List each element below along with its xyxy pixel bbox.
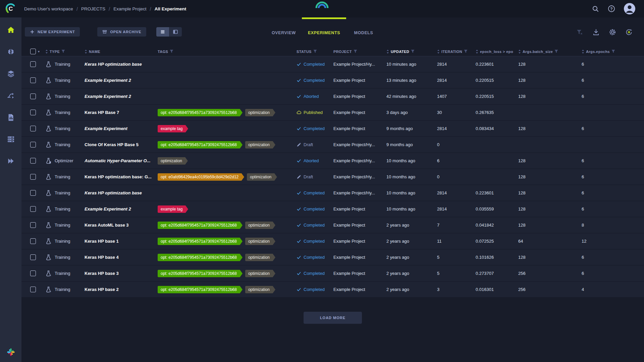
breadcrumb-item[interactable]: PROJECTS bbox=[81, 6, 105, 11]
sort-icon[interactable] bbox=[437, 50, 440, 54]
row-checkbox[interactable] bbox=[30, 158, 36, 164]
sidebar-item-projects-brain[interactable] bbox=[3, 45, 18, 59]
settings-icon[interactable] bbox=[609, 28, 616, 36]
sort-icon[interactable] bbox=[518, 50, 521, 54]
experiment-row[interactable]: TrainingKeras AutoML base 3opt: e205d684… bbox=[21, 217, 644, 233]
experiment-row[interactable]: TrainingExample Experimentexample tagCom… bbox=[21, 121, 644, 137]
column-header-status[interactable]: STATUS bbox=[297, 50, 333, 54]
row-checkbox[interactable] bbox=[30, 94, 36, 99]
select-dropdown-caret[interactable]: ▾ bbox=[38, 50, 40, 53]
experiment-row[interactable]: OptimizerAutomatic Hyper-Parameter O...o… bbox=[21, 153, 644, 169]
experiment-name[interactable]: Example Experiment bbox=[85, 126, 158, 131]
filter-icon[interactable] bbox=[611, 50, 615, 53]
avatar[interactable] bbox=[624, 3, 635, 14]
open-archive-button[interactable]: OPEN ARCHIVE bbox=[97, 27, 146, 37]
experiment-row[interactable]: TrainingKeras HP Base 7opt: e205d684f795… bbox=[21, 105, 644, 121]
experiment-row[interactable]: TrainingKeras HP optimization baseComple… bbox=[21, 56, 644, 72]
tab-overview[interactable]: OVERVIEW bbox=[272, 31, 296, 35]
sidebar-item-home[interactable] bbox=[3, 23, 18, 37]
experiment-row[interactable]: TrainingExample Experiment 2example tagC… bbox=[21, 201, 644, 217]
table-view-toggle[interactable] bbox=[156, 27, 169, 37]
load-more-button[interactable]: LOAD MORE bbox=[304, 312, 362, 324]
column-header-epoch-loss-epo[interactable]: epoch_loss > epo bbox=[476, 50, 518, 54]
row-checkbox[interactable] bbox=[30, 61, 36, 67]
sort-icon[interactable] bbox=[476, 50, 478, 54]
sort-icon[interactable] bbox=[45, 50, 48, 54]
download-icon[interactable] bbox=[592, 28, 600, 36]
tab-experiments[interactable]: EXPERIMENTS bbox=[308, 31, 340, 35]
experiment-row[interactable]: TrainingKeras HP base 3opt: e205d684f795… bbox=[21, 265, 644, 282]
column-header-iteration[interactable]: ITERATION bbox=[437, 50, 476, 54]
experiment-name[interactable]: Keras HP base 4 bbox=[85, 255, 158, 260]
new-experiment-button[interactable]: NEW EXPERIMENT bbox=[25, 27, 80, 37]
filter-icon[interactable] bbox=[464, 50, 468, 53]
help-icon[interactable]: ? bbox=[608, 5, 615, 12]
filter-icon[interactable] bbox=[61, 50, 65, 53]
experiment-row[interactable]: TrainingExample Experiment 2AbortedExamp… bbox=[21, 88, 644, 105]
filter-icon[interactable] bbox=[313, 50, 317, 53]
sidebar-item-datasets-layers[interactable] bbox=[3, 67, 18, 80]
sidebar-item-reports[interactable] bbox=[3, 111, 18, 124]
experiment-name[interactable]: Keras HP optimization base: G... bbox=[85, 174, 158, 179]
row-checkbox[interactable] bbox=[30, 238, 36, 244]
column-header-updated[interactable]: UPDATED bbox=[386, 50, 437, 54]
experiment-row[interactable]: TrainingKeras HP optimization base: G...… bbox=[21, 169, 644, 185]
experiment-name[interactable]: Keras HP base 1 bbox=[85, 239, 158, 244]
row-checkbox[interactable] bbox=[30, 126, 36, 131]
experiment-name[interactable]: Keras HP base 3 bbox=[85, 271, 158, 276]
experiment-name[interactable]: Keras AutoML base 3 bbox=[85, 223, 158, 228]
experiment-name[interactable]: Keras HP optimization base bbox=[85, 62, 158, 67]
experiment-name[interactable]: Example Experiment 2 bbox=[85, 78, 158, 83]
column-header-project[interactable]: PROJECT bbox=[333, 50, 386, 54]
experiment-name[interactable]: Example Experiment 2 bbox=[85, 94, 158, 99]
column-header-args-epochs[interactable]: Args.epochs bbox=[582, 50, 644, 54]
filter-icon[interactable] bbox=[170, 50, 173, 53]
clear-filters-icon[interactable] bbox=[576, 28, 583, 36]
column-header-name[interactable]: NAME bbox=[85, 50, 158, 54]
search-icon[interactable] bbox=[592, 5, 599, 12]
split-view-toggle[interactable] bbox=[169, 27, 182, 37]
row-checkbox[interactable] bbox=[30, 190, 36, 196]
experiment-row[interactable]: TrainingKeras HP optimization baseComple… bbox=[21, 185, 644, 201]
sidebar-item-workers-queues[interactable] bbox=[3, 132, 18, 146]
column-header-args-batch-size[interactable]: Args.batch_size bbox=[518, 50, 582, 54]
breadcrumb-item[interactable]: Example Project bbox=[113, 6, 146, 11]
experiment-name[interactable]: Automatic Hyper-Parameter O... bbox=[85, 158, 158, 163]
row-checkbox[interactable] bbox=[30, 206, 36, 212]
row-checkbox[interactable] bbox=[30, 77, 36, 83]
sidebar-item-pipelines[interactable] bbox=[3, 89, 18, 102]
row-checkbox[interactable] bbox=[30, 287, 36, 292]
slack-icon[interactable] bbox=[3, 345, 18, 359]
experiment-name[interactable]: Keras HP optimization base bbox=[85, 190, 158, 195]
sort-icon[interactable] bbox=[85, 50, 87, 54]
experiment-row[interactable]: TrainingKeras HP base 4opt: e205d684f795… bbox=[21, 249, 644, 265]
column-header-type[interactable]: TYPE bbox=[45, 50, 85, 54]
experiment-name[interactable]: Example Experiment 2 bbox=[85, 206, 158, 212]
row-checkbox[interactable] bbox=[30, 142, 36, 147]
sort-icon[interactable] bbox=[582, 50, 584, 54]
breadcrumb-item[interactable]: Demo User's workspace bbox=[24, 6, 73, 11]
experiment-row[interactable]: TrainingKeras HP base 1opt: e205d684f795… bbox=[21, 233, 644, 249]
filter-icon[interactable] bbox=[554, 50, 558, 53]
select-all-checkbox[interactable] bbox=[30, 49, 36, 54]
experiment-name[interactable]: Keras HP base 2 bbox=[85, 287, 158, 292]
filter-icon[interactable] bbox=[354, 50, 357, 53]
experiment-row[interactable]: TrainingKeras HP base 2opt: e205d684f795… bbox=[21, 282, 644, 298]
clearml-logo[interactable]: C bbox=[0, 0, 21, 17]
row-checkbox[interactable] bbox=[30, 254, 36, 260]
sidebar-item-applications[interactable] bbox=[3, 154, 18, 168]
row-checkbox[interactable] bbox=[30, 222, 36, 228]
filter-icon[interactable] bbox=[411, 50, 415, 53]
experiment-name[interactable]: Keras HP Base 7 bbox=[85, 110, 158, 115]
column-header-tags[interactable]: TAGS bbox=[158, 50, 297, 54]
experiment-name[interactable]: Clone Of Keras HP Base 5 bbox=[85, 142, 158, 147]
experiment-row[interactable]: TrainingExample Experiment 2CompletedExa… bbox=[21, 72, 644, 88]
autorefresh-pause-icon[interactable] bbox=[625, 28, 633, 36]
tab-models[interactable]: MODELS bbox=[354, 31, 373, 35]
experiment-row[interactable]: TrainingClone Of Keras HP Base 5opt: e20… bbox=[21, 137, 644, 153]
row-checkbox[interactable] bbox=[30, 110, 36, 115]
breadcrumb-item[interactable]: All Experiment bbox=[155, 6, 186, 11]
sort-icon[interactable] bbox=[386, 50, 389, 54]
row-checkbox[interactable] bbox=[30, 270, 36, 276]
row-checkbox[interactable] bbox=[30, 174, 36, 180]
